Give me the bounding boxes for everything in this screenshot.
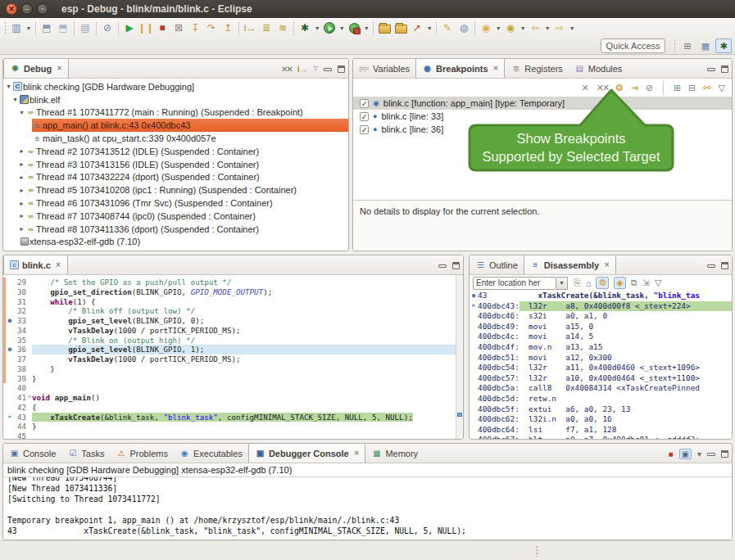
tab-tasks[interactable]: ☑Tasks — [61, 444, 110, 463]
tab-variables[interactable]: (x)=Variables — [353, 59, 415, 78]
new-wizard-icon[interactable]: ▥ — [8, 20, 25, 35]
forward-icon[interactable]: ⇨ — [551, 20, 568, 35]
tab-outline[interactable]: ☰Outline — [470, 255, 524, 274]
go-to-file-icon[interactable]: ⇥ — [630, 83, 637, 93]
resource-perspective-icon[interactable]: ▦ — [697, 38, 714, 53]
terminate-console-icon[interactable]: ■ — [668, 449, 673, 458]
instruction-stepping-icon[interactable]: i→ — [242, 20, 258, 35]
expander-icon[interactable]: ▸ — [18, 187, 25, 194]
debug-dropdown[interactable]: ▼ — [313, 20, 321, 35]
debug-tree-item[interactable]: ▸∞Thread #4 1073432224 (dport) (Suspende… — [3, 171, 348, 184]
view-menu-icon[interactable]: ▽ — [314, 65, 318, 72]
debug-tree-item[interactable]: ▸∞Thread #6 1073431096 (Tmr Svc) (Suspen… — [3, 196, 348, 210]
track-expression-icon[interactable]: ◈ — [614, 277, 625, 289]
launch-dropdown[interactable]: ▼ — [425, 20, 433, 35]
minimize-icon[interactable] — [707, 68, 715, 71]
copy-icon[interactable]: ⧉ — [631, 278, 637, 288]
maximize-icon[interactable] — [721, 450, 728, 458]
status-sash-handle[interactable] — [536, 545, 538, 557]
expander-icon[interactable]: ▾ — [11, 96, 19, 103]
location-dropdown-icon[interactable]: ▼ — [556, 277, 568, 290]
gutter-spacer[interactable] — [6, 336, 14, 345]
gutter-spacer[interactable] — [6, 393, 14, 403]
tab-executables[interactable]: ◉Executables — [174, 444, 248, 463]
expander-icon[interactable]: ▸ — [18, 200, 25, 207]
run-dropdown[interactable]: ▼ — [338, 20, 346, 35]
tab-disassembly[interactable]: ≡Disassembly✕ — [524, 255, 616, 274]
open-folder-icon[interactable] — [376, 20, 392, 35]
save-all-icon[interactable]: ⬒ — [55, 20, 71, 35]
debug-tree-item[interactable]: ▸∞Thread #8 1073411336 (dport) (Suspende… — [3, 223, 348, 236]
gutter-spacer[interactable] — [6, 374, 14, 384]
show-supported-breakpoints-icon[interactable]: ❂ — [615, 83, 623, 93]
open-perspective-icon[interactable]: ⊞ — [679, 38, 696, 53]
gutter-spacer[interactable] — [6, 278, 14, 287]
breakpoint-checkbox[interactable]: ✓ — [360, 99, 369, 108]
breakpoint-item[interactable]: ✓●blink.c [line: 36] — [353, 123, 732, 136]
maximize-icon[interactable] — [721, 65, 728, 73]
debug-tree-item[interactable]: xtensa-esp32-elf-gdb (7.10) — [3, 236, 348, 249]
editor-overview-ruler[interactable] — [456, 275, 463, 439]
collapse-all-icon[interactable]: ⊟ — [688, 83, 696, 93]
debug-tree-item[interactable]: ▾blink.elf — [3, 93, 348, 106]
expander-icon[interactable]: ▾ — [18, 109, 25, 116]
gutter-spacer[interactable] — [6, 355, 14, 364]
minimize-icon[interactable] — [707, 264, 715, 268]
flash-folder-icon[interactable] — [392, 20, 409, 35]
gutter-spacer[interactable] — [6, 287, 14, 297]
pin-editor-dropdown[interactable]: ▼ — [519, 20, 527, 35]
tab-console[interactable]: ▣Console — [3, 444, 61, 463]
debug-tree-item[interactable]: ▸∞Thread #3 1073413156 (IDLE) (Suspended… — [3, 158, 348, 171]
debug-tree-item[interactable]: ≡main_task() at cpu_start.c:339 0x400d05… — [3, 132, 348, 145]
console-body[interactable]: blink checking [GDB Hardware Debugging] … — [3, 463, 732, 540]
instruction-pointer-icon[interactable]: ➤ — [6, 413, 14, 422]
expander-icon[interactable]: ▸ — [18, 225, 25, 233]
suspend-icon[interactable]: ❙❙ — [138, 20, 154, 35]
step-return-icon[interactable]: ↥ — [220, 20, 236, 35]
remove-all-terminated-icon[interactable]: ✕✕ — [281, 65, 292, 74]
link-with-debug-icon[interactable]: ⚯ — [703, 83, 710, 93]
home-icon[interactable]: ⌂ — [586, 278, 592, 288]
breakpoint-item[interactable]: ✓●blink.c [line: 33] — [353, 110, 732, 123]
debug-tree-item[interactable]: ▾Cblink checking [GDB Hardware Debugging… — [3, 80, 348, 93]
gutter-spacer[interactable] — [6, 364, 14, 374]
gutter-spacer[interactable] — [6, 403, 14, 413]
expander-icon[interactable]: ▸ — [18, 212, 25, 219]
minimize-icon[interactable] — [324, 68, 332, 71]
debug-tree-item[interactable]: ▸∞Thread #7 1073408744 (ipc0) (Suspended… — [3, 210, 348, 223]
tab-problems[interactable]: ⚠Problems — [110, 444, 173, 463]
editor-code[interactable]: 29 /* Set the GPIO as a push/pull output… — [3, 275, 456, 439]
debug-tree-item[interactable]: ▸∞Thread #5 1073410208 (ipc1 : Running) … — [3, 183, 348, 196]
tab-modules[interactable]: ▤Modules — [569, 59, 628, 78]
debug-icon[interactable]: ✱ — [297, 20, 313, 35]
maximize-icon[interactable] — [338, 65, 345, 73]
breakpoint-marker-icon[interactable]: ● — [6, 316, 14, 326]
remove-breakpoint-icon[interactable]: ✕ — [582, 83, 589, 93]
skip-all-breakpoints-icon[interactable]: ⊘ — [99, 20, 116, 35]
gutter-spacer[interactable] — [6, 431, 14, 439]
gutter-spacer[interactable] — [6, 422, 14, 431]
gutter-spacer[interactable] — [6, 326, 14, 336]
disconnect-icon[interactable]: ⊠ — [170, 20, 187, 35]
view-menu-icon[interactable]: ▽ — [655, 278, 661, 288]
view-menu-icon[interactable]: ▽ — [719, 83, 725, 93]
refresh-icon[interactable]: ⎘ — [574, 278, 581, 288]
breakpoint-checkbox[interactable]: ✓ — [360, 125, 369, 134]
use-step-filters-icon[interactable]: ≣ — [258, 20, 274, 35]
step-into-icon[interactable]: ↧ — [187, 20, 203, 35]
tab-blink-c[interactable]: c blink.c✕ — [3, 255, 68, 274]
window-minimize-button[interactable]: – — [21, 3, 33, 15]
run-icon[interactable] — [321, 20, 338, 35]
export-icon[interactable]: ⇲ — [642, 278, 650, 288]
back-icon[interactable]: ⇦ — [527, 20, 543, 35]
disassembly-listing[interactable]: ●43 xTaskCreate(&blink_task, "blink_tas➤… — [470, 291, 732, 439]
save-icon[interactable]: ⬒ — [39, 20, 55, 35]
tab-breakpoints[interactable]: ◉Breakpoints✕ — [415, 59, 505, 78]
maximize-icon[interactable] — [452, 262, 460, 269]
expander-icon[interactable]: ▸ — [18, 160, 25, 168]
console-dropdown-icon[interactable]: ▾ — [697, 449, 701, 458]
breakpoint-marker-icon[interactable]: ● — [6, 345, 14, 355]
gutter-spacer[interactable] — [6, 297, 14, 307]
gutter-spacer[interactable] — [6, 383, 14, 393]
close-icon[interactable]: ✕ — [57, 65, 62, 72]
